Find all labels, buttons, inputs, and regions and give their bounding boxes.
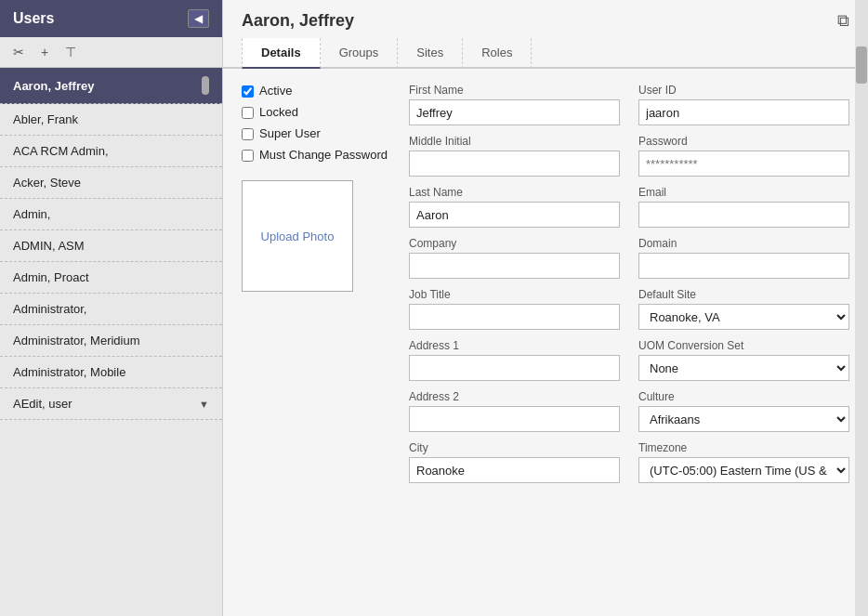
copy-icon[interactable]: ⧉ — [837, 11, 849, 31]
checkboxes-group: Active Locked Super User Must Change Pas… — [242, 84, 390, 162]
address1-field: Address 1 — [409, 339, 620, 381]
list-item[interactable]: Administrator, Mobile — [0, 357, 222, 388]
super-user-checkbox-row[interactable]: Super User — [242, 126, 390, 140]
scrollbar-thumb[interactable] — [856, 46, 867, 84]
super-user-label: Super User — [259, 126, 321, 140]
main-header: Aaron, Jeffrey ⧉ — [223, 0, 868, 38]
address2-label: Address 2 — [409, 390, 620, 403]
sidebar-toolbar: ✂ + ⊤ — [0, 37, 222, 68]
job-title-field: Job Title — [409, 288, 620, 330]
sidebar-title: Users — [13, 10, 54, 27]
first-name-field: First Name — [409, 84, 620, 125]
list-item-label: ADMIN, ASM — [13, 239, 85, 253]
active-checkbox-row[interactable]: Active — [242, 84, 390, 98]
default-site-select[interactable]: Roanoke, VA — [638, 304, 849, 330]
locked-checkbox[interactable] — [242, 107, 254, 119]
tab-sites[interactable]: Sites — [398, 38, 463, 69]
main-content: Aaron, Jeffrey ⧉ Details Groups Sites Ro… — [223, 0, 868, 616]
timezone-label: Timezone — [638, 441, 849, 454]
locked-checkbox-row[interactable]: Locked — [242, 105, 390, 119]
upload-photo-box[interactable]: Upload Photo — [242, 180, 353, 292]
user-id-label: User ID — [638, 84, 849, 97]
domain-input[interactable] — [638, 253, 849, 279]
scrollbar-track — [855, 0, 868, 616]
address2-input[interactable] — [409, 406, 620, 432]
timezone-field: Timezone (UTC-05:00) Eastern Time (US &.… — [638, 441, 849, 483]
list-item[interactable]: Aaron, Jeffrey — [0, 68, 222, 104]
uom-conversion-set-label: UOM Conversion Set — [638, 339, 849, 352]
scrollbar-indicator — [202, 76, 209, 95]
filter-button[interactable]: ⊤ — [61, 43, 80, 61]
email-field: Email — [638, 186, 849, 228]
company-field: Company — [409, 237, 620, 279]
company-input[interactable] — [409, 253, 620, 279]
form-area: Active Locked Super User Must Change Pas… — [223, 69, 868, 616]
email-input[interactable] — [638, 202, 849, 228]
sidebar-collapse-button[interactable]: ◀ — [188, 9, 209, 28]
first-name-label: First Name — [409, 84, 620, 97]
default-site-label: Default Site — [638, 288, 849, 301]
user-list: Aaron, Jeffrey Abler, Frank ACA RCM Admi… — [0, 68, 222, 616]
cut-button[interactable]: ✂ — [9, 43, 28, 61]
company-label: Company — [409, 237, 620, 250]
list-item-label: Acker, Steve — [13, 176, 81, 190]
list-item[interactable]: Admin, — [0, 199, 222, 230]
timezone-select[interactable]: (UTC-05:00) Eastern Time (US &... — [638, 457, 849, 483]
job-title-label: Job Title — [409, 288, 620, 301]
culture-select[interactable]: Afrikaans — [638, 406, 849, 432]
list-item[interactable]: Acker, Steve — [0, 167, 222, 199]
list-item[interactable]: ADMIN, ASM — [0, 230, 222, 262]
middle-initial-label: Middle Initial — [409, 135, 620, 148]
list-item-label: Administrator, Mobile — [13, 365, 125, 379]
middle-initial-input[interactable] — [409, 151, 620, 177]
middle-initial-field: Middle Initial — [409, 135, 620, 177]
list-item-label: ACA RCM Admin, — [13, 144, 109, 158]
list-item[interactable]: Abler, Frank — [0, 104, 222, 136]
list-item[interactable]: Administrator, — [0, 294, 222, 325]
tab-details[interactable]: Details — [242, 38, 321, 69]
password-field: Password — [638, 135, 849, 177]
domain-field: Domain — [638, 237, 849, 279]
must-change-password-label: Must Change Password — [259, 148, 388, 162]
active-label: Active — [259, 84, 292, 98]
sidebar-header: Users ◀ — [0, 0, 222, 37]
domain-label: Domain — [638, 237, 849, 250]
city-field: City — [409, 441, 620, 483]
last-name-label: Last Name — [409, 186, 620, 199]
job-title-input[interactable] — [409, 304, 620, 330]
list-item-label: Aaron, Jeffrey — [13, 79, 94, 93]
list-item-label: Admin, — [13, 207, 50, 221]
list-item[interactable]: ACA RCM Admin, — [0, 136, 222, 167]
list-item[interactable]: AEdit, user ▼ — [0, 388, 222, 420]
password-label: Password — [638, 135, 849, 148]
tab-roles[interactable]: Roles — [463, 38, 532, 69]
list-item-label: Administrator, — [13, 302, 86, 316]
tabs-bar: Details Groups Sites Roles — [223, 38, 868, 69]
uom-conversion-set-select[interactable]: None — [638, 355, 849, 381]
locked-label: Locked — [259, 105, 298, 119]
must-change-password-checkbox-row[interactable]: Must Change Password — [242, 148, 390, 162]
address1-input[interactable] — [409, 355, 620, 381]
add-user-button[interactable]: + — [37, 43, 52, 61]
must-change-password-checkbox[interactable] — [242, 150, 254, 162]
user-id-field: User ID — [638, 84, 849, 125]
list-item-label: Abler, Frank — [13, 112, 78, 126]
upload-photo-label: Upload Photo — [261, 229, 335, 243]
list-item[interactable]: Admin, Proact — [0, 262, 222, 294]
email-label: Email — [638, 186, 849, 199]
list-item-label: Administrator, Meridium — [13, 334, 140, 347]
main-scrollbar[interactable] — [855, 0, 868, 616]
sidebar: Users ◀ ✂ + ⊤ Aaron, Jeffrey Abler, Fran… — [0, 0, 223, 616]
password-input[interactable] — [638, 151, 849, 177]
list-item-label: Admin, Proact — [13, 270, 89, 284]
super-user-checkbox[interactable] — [242, 128, 254, 140]
list-item[interactable]: Administrator, Meridium — [0, 325, 222, 357]
first-name-input[interactable] — [409, 99, 620, 125]
active-checkbox[interactable] — [242, 85, 254, 98]
tab-groups[interactable]: Groups — [321, 38, 399, 69]
page-title: Aaron, Jeffrey — [242, 11, 354, 31]
user-id-input[interactable] — [638, 99, 849, 125]
last-name-input[interactable] — [409, 202, 620, 228]
city-input[interactable] — [409, 457, 620, 483]
uom-conversion-set-field: UOM Conversion Set None — [638, 339, 849, 381]
